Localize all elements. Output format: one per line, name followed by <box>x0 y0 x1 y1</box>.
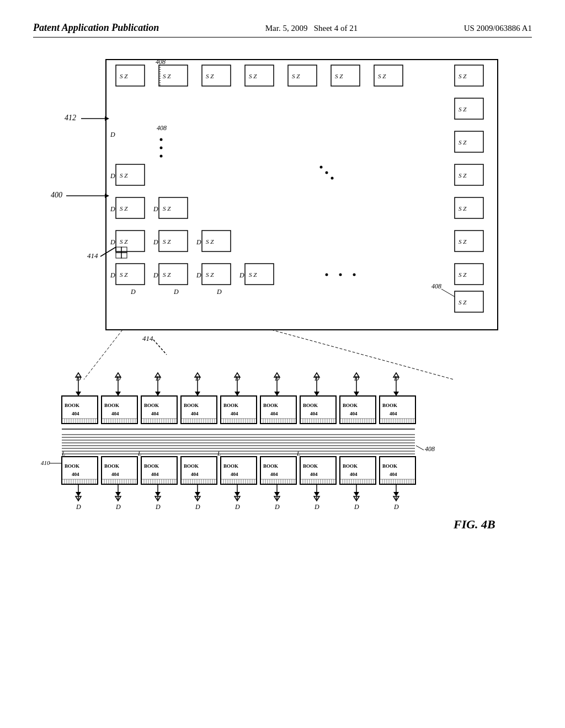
svg-text:404: 404 <box>390 472 397 477</box>
svg-text:S  Z: S Z <box>206 238 214 245</box>
svg-rect-454 <box>340 457 376 484</box>
patent-number: US 2009/063886 A1 <box>464 24 532 33</box>
svg-text:BOOK: BOOK <box>303 463 318 469</box>
publication-date: Mar. 5, 2009 Sheet 4 of 21 <box>265 24 358 33</box>
svg-text:404: 404 <box>191 411 199 416</box>
svg-point-43 <box>320 166 323 169</box>
svg-text:D: D <box>153 205 158 213</box>
label-412: 412 <box>65 114 76 122</box>
label-408-right: 408 <box>431 282 441 290</box>
svg-text:404: 404 <box>191 472 199 477</box>
svg-text:404: 404 <box>350 411 358 416</box>
svg-marker-131 <box>393 392 399 396</box>
svg-point-39 <box>160 155 163 158</box>
svg-text:L: L <box>217 450 221 457</box>
svg-rect-249 <box>300 396 336 424</box>
svg-rect-318 <box>62 457 98 484</box>
svg-marker-107 <box>155 392 161 396</box>
svg-text:D: D <box>110 131 115 138</box>
svg-text:404: 404 <box>310 472 318 477</box>
svg-text:404: 404 <box>350 472 358 477</box>
svg-text:BOOK: BOOK <box>144 463 159 469</box>
svg-marker-103 <box>115 392 121 396</box>
svg-rect-134 <box>62 396 98 424</box>
svg-text:D: D <box>239 271 244 279</box>
svg-text:D: D <box>173 288 179 296</box>
svg-text:404: 404 <box>111 472 119 477</box>
svg-marker-513 <box>274 492 280 496</box>
svg-text:D: D <box>234 503 240 511</box>
svg-marker-525 <box>393 492 399 496</box>
svg-marker-509 <box>234 492 240 496</box>
svg-rect-473 <box>380 457 415 484</box>
svg-text:S  Z: S Z <box>459 205 467 212</box>
svg-text:S  Z: S Z <box>120 271 128 278</box>
svg-text:BOOK: BOOK <box>223 403 238 408</box>
fig-label: FIG. 4B <box>453 517 495 531</box>
svg-text:BOOK: BOOK <box>65 463 79 469</box>
svg-rect-211 <box>221 396 257 424</box>
svg-text:S  Z: S Z <box>206 73 214 79</box>
svg-rect-192 <box>181 396 217 424</box>
svg-text:D: D <box>274 503 280 511</box>
svg-line-316 <box>416 446 424 450</box>
svg-text:D: D <box>155 503 161 511</box>
svg-text:S  Z: S Z <box>459 271 467 278</box>
svg-text:S  Z: S Z <box>378 73 386 79</box>
svg-rect-173 <box>141 396 177 424</box>
svg-text:D: D <box>314 503 319 511</box>
svg-text:BOOK: BOOK <box>343 463 358 469</box>
main-svg: 400 412 S Z S Z S Z S Z <box>34 49 531 578</box>
svg-marker-123 <box>314 392 319 396</box>
svg-text:BOOK: BOOK <box>223 463 238 469</box>
svg-rect-435 <box>300 457 336 484</box>
svg-text:BOOK: BOOK <box>382 403 397 408</box>
svg-text:BOOK: BOOK <box>184 463 199 469</box>
svg-rect-230 <box>260 396 296 424</box>
svg-text:404: 404 <box>390 411 397 416</box>
svg-text:L: L <box>61 450 65 457</box>
svg-point-37 <box>160 138 163 141</box>
svg-text:BOOK: BOOK <box>263 463 278 469</box>
svg-rect-268 <box>340 396 376 424</box>
book-row-top: BOOK 404 <box>62 396 415 424</box>
svg-text:D: D <box>110 205 115 213</box>
svg-text:BOOK: BOOK <box>303 403 318 408</box>
svg-marker-493 <box>76 492 81 496</box>
svg-text:BOOK: BOOK <box>144 403 159 408</box>
svg-text:S  Z: S Z <box>249 271 257 278</box>
label-400: 400 <box>51 191 62 199</box>
book-row-bottom: BOOK 404 BOOK <box>62 450 415 484</box>
svg-line-86 <box>84 330 122 379</box>
svg-marker-99 <box>76 392 81 396</box>
svg-text:BOOK: BOOK <box>382 463 397 469</box>
svg-point-44 <box>326 172 328 174</box>
svg-text:BOOK: BOOK <box>104 463 119 469</box>
page: Patent Application Publication Mar. 5, 2… <box>0 0 565 728</box>
svg-marker-127 <box>354 392 359 396</box>
svg-marker-517 <box>314 492 319 496</box>
svg-text:D: D <box>195 503 200 511</box>
svg-rect-396 <box>221 457 257 484</box>
svg-text:S  Z: S Z <box>120 73 128 79</box>
svg-text:404: 404 <box>231 472 238 477</box>
svg-text:S  Z: S Z <box>249 73 257 79</box>
svg-point-38 <box>160 147 163 149</box>
svg-text:D: D <box>216 288 222 296</box>
svg-text:S  Z: S Z <box>459 238 467 245</box>
svg-text:D: D <box>76 503 81 511</box>
svg-text:404: 404 <box>72 411 79 416</box>
svg-text:BOOK: BOOK <box>65 403 79 408</box>
svg-point-78 <box>326 274 328 276</box>
svg-marker-115 <box>234 392 240 396</box>
svg-text:S  Z: S Z <box>459 106 467 113</box>
svg-text:BOOK: BOOK <box>104 403 119 408</box>
svg-rect-416 <box>260 457 296 484</box>
label-408-top: 408 <box>156 58 166 66</box>
svg-line-85 <box>153 340 167 355</box>
svg-text:404: 404 <box>72 472 79 477</box>
svg-text:S  Z: S Z <box>163 205 171 212</box>
svg-marker-119 <box>274 392 280 396</box>
svg-text:S  Z: S Z <box>163 271 171 278</box>
svg-text:404: 404 <box>270 472 278 477</box>
